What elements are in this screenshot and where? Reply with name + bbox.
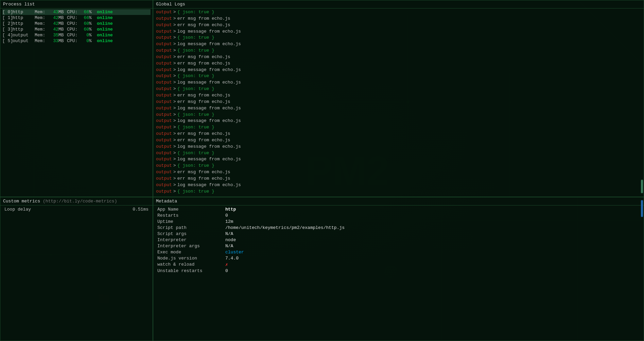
meta-value: 0 [225, 268, 640, 273]
proc-status: online [97, 38, 113, 43]
log-msg: log message from echo.js [177, 67, 241, 73]
process-row[interactable]: [ 2] http Mem: 42 MB CPU: 60 % online [2, 21, 151, 26]
log-arrow: > [173, 105, 176, 112]
proc-mem-val: 42 [48, 15, 58, 20]
log-line: output > { json: true } [156, 48, 641, 54]
log-msg: log message from echo.js [177, 105, 241, 112]
log-name: output [156, 189, 172, 195]
meta-value: node [225, 237, 640, 243]
log-line: output > err msg from echo.js [156, 16, 641, 22]
proc-mem-unit: MB [58, 21, 67, 26]
log-name: output [156, 137, 172, 144]
meta-key: Interpreter args [157, 244, 225, 249]
log-arrow: > [173, 54, 176, 60]
meta-key: Uptime [157, 219, 225, 224]
process-row[interactable]: [ 3] http Mem: 42 MB CPU: 60 % online [2, 26, 151, 32]
log-name: output [156, 48, 172, 54]
log-msg: log message from echo.js [177, 29, 241, 35]
log-msg: err msg from echo.js [177, 22, 230, 29]
proc-cpu-label: CPU: [67, 21, 81, 26]
process-row[interactable]: [ 4] output Mem: 35 MB CPU: 0 % online [2, 32, 151, 38]
log-name: output [156, 16, 172, 22]
process-row[interactable]: [ 0] http Mem: 43 MB CPU: 66 % online [2, 9, 151, 15]
log-name: output [156, 29, 172, 35]
proc-cpu-val: 0 [81, 38, 89, 43]
proc-mem-label: Mem: [35, 38, 48, 43]
log-name: output [156, 195, 172, 195]
proc-cpu-val: 60 [81, 21, 89, 26]
log-line: output > log message from echo.js [156, 118, 641, 124]
proc-mem-label: Mem: [35, 33, 48, 38]
log-arrow: > [173, 124, 176, 131]
log-msg: log message from echo.js [177, 182, 241, 189]
log-msg: err msg from echo.js [177, 131, 230, 137]
custom-metrics-url: (http://bit.ly/code-metrics) [43, 199, 117, 204]
log-line: output > err msg from echo.js [156, 137, 641, 144]
process-row[interactable]: [ 5] output Mem: 33 MB CPU: 0 % online [2, 38, 151, 44]
meta-key: Unstable restarts [157, 268, 225, 273]
metadata-scrollbar[interactable] [641, 200, 643, 217]
meta-value: http [225, 207, 640, 212]
proc-mem-label: Mem: [35, 21, 48, 26]
log-name: output [156, 163, 172, 169]
log-line: output > { json: true } [156, 9, 641, 16]
metadata-title: Metadata [153, 197, 644, 205]
log-msg: log message from echo.js [177, 118, 241, 124]
metric-label: Loop delay [4, 207, 31, 212]
log-name: output [156, 35, 172, 41]
proc-name: output [13, 33, 35, 38]
log-msg: { json: true } [177, 112, 214, 118]
log-name: output [156, 118, 172, 124]
log-msg: err msg from echo.js [177, 176, 230, 182]
scrollbar[interactable] [641, 180, 643, 193]
log-name: output [156, 99, 172, 105]
proc-cpu-pct: % [89, 10, 94, 15]
meta-value: /home/unitech/keymetrics/pm2/examples/ht… [225, 225, 640, 230]
log-name: output [156, 176, 172, 182]
log-arrow: > [173, 176, 176, 182]
log-arrow: > [173, 22, 176, 29]
proc-cpu-label: CPU: [67, 15, 81, 20]
meta-key: Script path [157, 225, 225, 230]
proc-id: [ 1] [2, 15, 13, 20]
log-arrow: > [173, 67, 176, 73]
proc-cpu-pct: % [89, 15, 94, 20]
log-line: output > log message from echo.js [156, 195, 641, 195]
custom-metrics-panel: Custom metrics (http://bit.ly/code-metri… [0, 197, 153, 341]
log-content[interactable]: output > { json: true } output > err msg… [153, 8, 644, 195]
proc-mem-unit: MB [58, 15, 67, 20]
log-name: output [156, 86, 172, 92]
log-name: output [156, 67, 172, 73]
log-name: output [156, 41, 172, 48]
log-name: output [156, 79, 172, 86]
meta-value: 12m [225, 219, 640, 224]
log-msg: { json: true } [177, 9, 214, 16]
log-msg: log message from echo.js [177, 156, 241, 163]
log-arrow: > [173, 92, 176, 99]
meta-value: cluster [225, 250, 640, 255]
log-name: output [156, 54, 172, 60]
log-arrow: > [173, 189, 176, 195]
log-msg: { json: true } [177, 163, 214, 169]
log-arrow: > [173, 118, 176, 124]
meta-key: watch & reload [157, 262, 225, 267]
log-arrow: > [173, 60, 176, 67]
log-arrow: > [173, 73, 176, 79]
log-arrow: > [173, 163, 176, 169]
proc-mem-unit: MB [58, 10, 67, 15]
log-name: output [156, 92, 172, 99]
log-line: output > err msg from echo.js [156, 176, 641, 182]
proc-name: http [13, 10, 35, 15]
process-row[interactable]: [ 1] http Mem: 42 MB CPU: 66 % online [2, 15, 151, 21]
log-arrow: > [173, 131, 176, 137]
proc-mem-val: 35 [48, 33, 58, 38]
log-line: output > log message from echo.js [156, 144, 641, 150]
proc-id: [ 4] [2, 33, 13, 38]
meta-value: 7.4.0 [225, 256, 640, 261]
log-arrow: > [173, 79, 176, 86]
log-name: output [156, 156, 172, 163]
log-arrow: > [173, 29, 176, 35]
log-msg: { json: true } [177, 124, 214, 131]
log-name: output [156, 73, 172, 79]
log-name: output [156, 144, 172, 150]
